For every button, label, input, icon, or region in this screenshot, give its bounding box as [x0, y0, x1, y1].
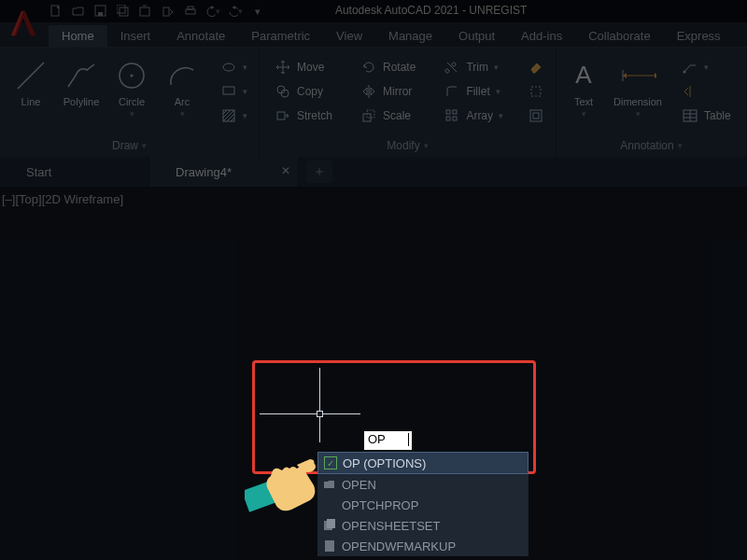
line-icon: [12, 57, 49, 94]
new-tab-button[interactable]: ＋: [306, 161, 332, 183]
autocomplete-item[interactable]: OPTCHPROP: [317, 495, 529, 515]
autocomplete-item-selected[interactable]: ✓ OP (OPTIONS): [317, 452, 529, 474]
fillet-button[interactable]: Fillet▾: [438, 81, 509, 102]
svg-point-12: [223, 63, 234, 71]
table-icon: [682, 107, 698, 124]
circle-icon: [113, 57, 150, 94]
undo-icon[interactable]: ▾: [205, 5, 220, 18]
new-icon[interactable]: [49, 5, 63, 18]
app-logo[interactable]: [6, 6, 41, 41]
svg-rect-7: [186, 9, 195, 14]
trim-button[interactable]: Trim▾: [438, 57, 509, 77]
copy-icon: [275, 83, 291, 100]
leader-icon: [682, 59, 698, 76]
ellipse-button[interactable]: ▾: [215, 57, 253, 77]
cloud-save-icon[interactable]: [161, 5, 176, 18]
svg-rect-6: [163, 7, 169, 16]
doctab-start[interactable]: Start: [0, 157, 149, 187]
table-button[interactable]: Table: [676, 105, 737, 126]
chevron-down-icon: ▾: [582, 109, 586, 119]
autocomplete-item[interactable]: OPENDWFMARKUP: [317, 536, 529, 556]
tab-addins[interactable]: Add-ins: [508, 25, 575, 47]
rectangle-button[interactable]: ▾: [215, 81, 253, 102]
svg-rect-20: [446, 110, 450, 114]
text-icon: A: [565, 57, 602, 94]
dimension-button[interactable]: Dimension ▾: [605, 53, 670, 132]
svg-rect-21: [453, 110, 457, 114]
saveall-icon[interactable]: [116, 5, 131, 18]
command-autocomplete: ✓ OP (OPTIONS) OPEN OPTCHPROP OPENSHEETS…: [317, 452, 529, 556]
line-button[interactable]: Line: [6, 53, 56, 132]
arc-icon: [163, 57, 201, 94]
autocomplete-item[interactable]: OPEN: [317, 474, 529, 495]
fillet-icon: [444, 83, 460, 100]
svg-rect-25: [530, 110, 542, 121]
print-icon[interactable]: [183, 5, 198, 18]
scale-button[interactable]: Scale: [355, 105, 421, 126]
folder-icon: [323, 478, 336, 491]
tab-view[interactable]: View: [323, 25, 375, 47]
circle-button[interactable]: Circle ▾: [106, 53, 157, 132]
dimension-icon: [619, 57, 656, 94]
tab-annotate[interactable]: Annotate: [163, 25, 238, 47]
command-input[interactable]: OP: [364, 431, 413, 450]
svg-rect-13: [223, 87, 234, 94]
tab-insert[interactable]: Insert: [107, 25, 164, 47]
tab-express[interactable]: Express: [664, 25, 734, 47]
qat-dropdown-icon[interactable]: ▾: [250, 5, 265, 18]
group-title-modify[interactable]: Modify▾: [265, 136, 550, 155]
save-icon[interactable]: [93, 5, 108, 18]
chevron-down-icon: ▾: [130, 109, 134, 119]
tab-parametric[interactable]: Parametric: [238, 25, 323, 47]
tab-manage[interactable]: Manage: [375, 25, 445, 47]
svg-rect-8: [188, 7, 193, 9]
explode-button[interactable]: [522, 81, 550, 102]
svg-rect-26: [533, 113, 539, 119]
array-icon: [444, 107, 460, 124]
stretch-icon: [275, 107, 291, 124]
erase-icon: [528, 59, 544, 76]
offset-button[interactable]: [522, 105, 550, 126]
viewport-label[interactable]: [–][Top][2D Wireframe]: [2, 192, 123, 206]
mirror-button[interactable]: Mirror: [355, 81, 421, 102]
tab-home[interactable]: Home: [49, 25, 107, 47]
svg-rect-3: [117, 5, 125, 13]
stretch-button[interactable]: Stretch: [269, 105, 338, 126]
doctab-drawing[interactable]: Drawing4*✕: [149, 157, 299, 187]
tab-collaborate[interactable]: Collaborate: [575, 25, 664, 47]
sheetset-icon: [323, 519, 336, 532]
group-title-draw[interactable]: Draw▾: [6, 136, 253, 155]
hatch-icon: [220, 107, 237, 124]
text-button[interactable]: A Text ▾: [562, 53, 605, 132]
chevron-down-icon: ▾: [636, 109, 641, 119]
trim-icon: [444, 59, 460, 76]
multileader-icon: [682, 83, 698, 100]
redo-icon[interactable]: ▾: [228, 5, 243, 18]
autocomplete-item[interactable]: OPENSHEETSET: [317, 515, 529, 536]
close-icon[interactable]: ✕: [281, 164, 290, 177]
svg-rect-23: [453, 117, 457, 120]
arc-button[interactable]: Arc ▾: [157, 53, 207, 132]
array-button[interactable]: Array▾: [438, 105, 509, 126]
svg-rect-5: [140, 7, 149, 16]
move-button[interactable]: Move: [269, 57, 338, 77]
svg-text:A: A: [575, 61, 592, 89]
polyline-button[interactable]: Polyline: [56, 53, 106, 132]
rectangle-icon: [220, 83, 237, 100]
open-icon[interactable]: [71, 5, 86, 18]
rotate-button[interactable]: Rotate: [355, 57, 421, 77]
copy-button[interactable]: Copy: [269, 81, 338, 102]
svg-rect-17: [277, 112, 285, 119]
explode-icon: [528, 83, 544, 100]
svg-point-40: [301, 461, 316, 472]
chevron-down-icon: ▾: [180, 109, 185, 119]
erase-button[interactable]: [522, 57, 550, 77]
leader-button[interactable]: ▾: [676, 57, 737, 77]
hatch-button[interactable]: ▾: [215, 105, 253, 126]
group-title-annotation[interactable]: Annotation▾: [562, 136, 740, 155]
checkmark-icon: ✓: [324, 456, 337, 469]
ribbon: Line Polyline Circle ▾ Arc ▾ ▾ ▾ ▾ Dr: [0, 47, 747, 157]
multileader-button[interactable]: [676, 81, 737, 102]
cloud-open-icon[interactable]: [138, 5, 153, 18]
tab-output[interactable]: Output: [445, 25, 508, 47]
